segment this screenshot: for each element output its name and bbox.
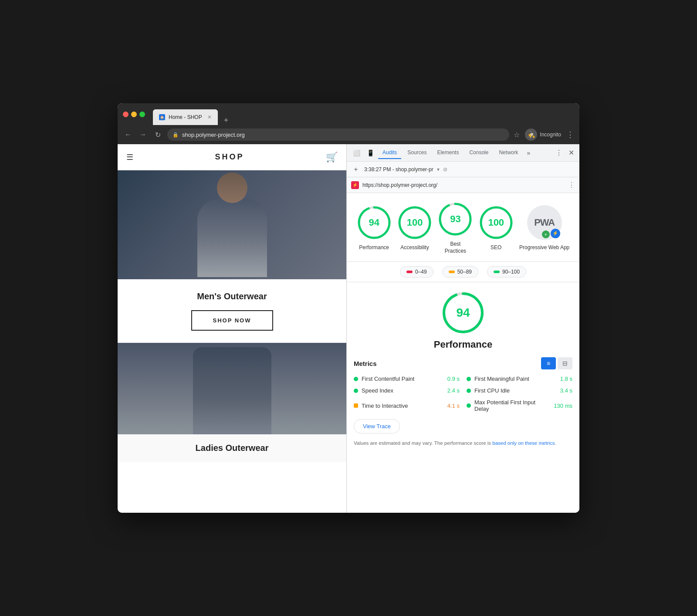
disclaimer-link[interactable]: based only on these metrics [492,440,555,446]
add-audit-icon[interactable]: + [351,165,361,174]
shop-now-button[interactable]: SHOP NOW [191,310,273,331]
devtools-url-bar: ⚡ https://shop.polymer-project.org/ ⋮ [347,177,579,193]
performance-label: Performance [359,244,389,251]
tab-elements[interactable]: Elements [433,147,463,159]
fid-label: Max Potential First Input Delay [474,399,550,412]
disclaimer-prefix: Values are estimated and may vary. The p… [354,440,492,446]
view-trace-button[interactable]: View Trace [354,419,400,433]
legend-fail-range: 0–49 [415,269,427,275]
si-value: 2.4 s [447,387,460,394]
more-tabs-icon[interactable]: » [524,147,533,159]
cart-icon[interactable]: 🛒 [326,152,338,163]
fmp-value: 1.8 s [560,376,572,382]
devtools-toolbar: ⬜ 📱 Audits Sources Elements Console Netw… [347,144,579,162]
performance-value: 94 [369,217,379,228]
performance-title: Performance [434,339,493,350]
hero-image [118,170,346,279]
legend-green-dot [494,271,500,273]
score-best-practices[interactable]: 93 BestPractices [438,202,473,254]
audit-url-icon: ⚡ [351,181,359,189]
metric-max-fid: Max Potential First Input Delay 130 ms [467,399,572,412]
reload-button[interactable]: ↻ [152,131,163,139]
score-pwa[interactable]: PWA ⚡ + Progressive Web App [519,205,569,251]
metrics-section: Metrics ≡ ⊟ First Contentful Paint 0.9 s [354,357,572,412]
tab-console[interactable]: Console [465,147,493,159]
devtools-menu-icon[interactable]: ⋮ [553,149,565,157]
minimize-button[interactable] [131,112,137,117]
active-tab[interactable]: 🏠 Home - SHOP ✕ [153,109,218,125]
fmp-dot [467,377,471,381]
fcp-label: First Contentful Paint [362,376,444,382]
audit-scores: 94 Performance 100 Accessibility [347,193,579,262]
tab-close-icon[interactable]: ✕ [207,114,212,120]
shop-header: ☰ SHOP 🛒 [118,144,346,170]
tti-value: 4.1 s [447,403,460,409]
score-accessibility[interactable]: 100 Accessibility [397,205,432,251]
address-bar: ← → ↻ 🔒 shop.polymer-project.org ☆ 🕵 Inc… [118,125,579,144]
forward-button[interactable]: → [138,131,148,139]
devtools-close-icon[interactable]: ✕ [567,149,576,157]
fci-label: First CPU Idle [474,387,557,394]
disclaimer-suffix: . [555,440,556,446]
lock-icon: 🔒 [173,132,179,138]
new-tab-button[interactable]: + [221,116,231,125]
fid-dot [467,403,471,408]
mens-outerwear-title: Men's Outerwear [126,291,338,301]
legend-fail: 0–49 [400,266,433,278]
si-dot [354,389,358,393]
title-bar: 🏠 Home - SHOP ✕ + [118,103,579,125]
pwa-badge: PWA [534,217,555,228]
pwa-lightning-icon: ⚡ [551,229,560,238]
audit-timestamp: 3:38:27 PM - shop.polymer-pr [364,166,433,173]
audit-url-menu-icon[interactable]: ⋮ [568,181,575,189]
main-area: ☰ SHOP 🛒 Men's Outerwear SHOP NOW Ladies… [118,144,579,513]
seo-label: SEO [491,244,501,251]
fcp-dot [354,377,358,381]
address-actions: ☆ 🕵 Incognito ⋮ [514,129,574,141]
incognito-badge: 🕵 Incognito [525,129,561,141]
tab-network[interactable]: Network [494,147,522,159]
metric-time-to-interactive: Time to Interactive 4.1 s [354,399,460,412]
score-seo[interactable]: 100 SEO [479,205,514,251]
url-bar[interactable]: 🔒 shop.polymer-project.org [167,129,509,141]
shop-logo: SHOP [215,152,244,162]
tab-sources[interactable]: Sources [403,147,431,159]
list-view-button[interactable]: ≡ [541,357,556,369]
pwa-circle: PWA ⚡ + [527,205,562,240]
browser-menu-icon[interactable]: ⋮ [566,130,574,139]
legend-average-range: 50–89 [457,269,472,275]
browser-window: 🏠 Home - SHOP ✕ + ← → ↻ 🔒 shop.polymer-p… [118,103,579,513]
accessibility-circle: 100 [397,205,432,240]
close-button[interactable] [123,112,129,117]
fci-dot [467,389,471,393]
ladies-outerwear-title: Ladies Outerwear [126,443,338,453]
metrics-grid: First Contentful Paint 0.9 s First Meani… [354,376,572,412]
legend-red-dot [406,271,413,273]
pwa-label: Progressive Web App [519,244,569,251]
metric-first-meaningful-paint: First Meaningful Paint 1.8 s [467,376,572,382]
best-practices-value: 93 [450,213,460,225]
inspect-element-icon[interactable]: ⬜ [350,147,362,159]
tab-audits[interactable]: Audits [378,147,401,159]
dropdown-arrow-icon[interactable]: ▾ [437,166,440,173]
pwa-plus-icon: + [542,230,550,238]
seo-value: 100 [488,217,504,228]
bookmark-icon[interactable]: ☆ [514,131,520,139]
mens-outerwear-section: Men's Outerwear SHOP NOW [118,279,346,343]
accessibility-value: 100 [407,217,423,228]
back-button[interactable]: ← [123,131,133,139]
legend-pass: 90–100 [487,266,526,278]
score-performance[interactable]: 94 Performance [357,205,392,251]
tab-title: Home - SHOP [169,114,202,120]
devtools-subbar: + 3:38:27 PM - shop.polymer-pr ▾ ⊘ [347,162,579,177]
metrics-header: Metrics ≡ ⊟ [354,357,572,369]
tree-view-button[interactable]: ⊟ [558,357,572,369]
fullscreen-button[interactable] [139,112,145,117]
device-toolbar-icon[interactable]: 📱 [364,147,376,159]
tti-label: Time to Interactive [362,403,444,409]
ladies-hero-image [118,343,346,434]
fci-value: 3.4 s [560,387,572,394]
block-icon[interactable]: ⊘ [443,166,447,173]
performance-big-circle: 94 [441,291,485,335]
hamburger-menu-icon[interactable]: ☰ [126,152,133,162]
